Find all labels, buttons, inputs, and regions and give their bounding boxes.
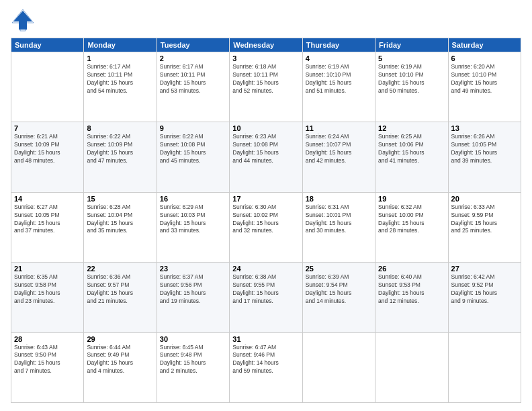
svg-marker-0 (13, 11, 32, 30)
day-info: Sunrise: 6:20 AM Sunset: 10:10 PM Daylig… (451, 63, 518, 95)
calendar-cell: 21Sunrise: 6:35 AM Sunset: 9:58 PM Dayli… (11, 263, 84, 332)
day-info: Sunrise: 6:31 AM Sunset: 10:01 PM Daylig… (306, 203, 372, 236)
calendar-cell: 8Sunrise: 6:22 AM Sunset: 10:09 PM Dayli… (84, 122, 157, 192)
day-number: 19 (378, 195, 445, 203)
day-number: 28 (14, 335, 81, 343)
day-info: Sunrise: 6:24 AM Sunset: 10:07 PM Daylig… (306, 133, 372, 165)
weekday-header-tuesday: Tuesday (157, 38, 229, 52)
calendar-cell: 15Sunrise: 6:28 AM Sunset: 10:04 PM Dayl… (84, 192, 157, 262)
calendar-cell (375, 332, 448, 402)
day-number: 20 (451, 195, 518, 203)
calendar-week-row: 28Sunrise: 6:43 AM Sunset: 9:50 PM Dayli… (11, 332, 521, 402)
weekday-header-monday: Monday (84, 38, 157, 52)
calendar-cell: 10Sunrise: 6:23 AM Sunset: 10:08 PM Dayl… (230, 122, 302, 192)
day-info: Sunrise: 6:28 AM Sunset: 10:04 PM Daylig… (87, 203, 153, 236)
day-info: Sunrise: 6:18 AM Sunset: 10:11 PM Daylig… (232, 63, 299, 95)
calendar-week-row: 21Sunrise: 6:35 AM Sunset: 9:58 PM Dayli… (11, 263, 521, 332)
calendar-cell: 17Sunrise: 6:30 AM Sunset: 10:02 PM Dayl… (230, 192, 302, 262)
day-info: Sunrise: 6:26 AM Sunset: 10:05 PM Daylig… (451, 133, 518, 165)
day-number: 8 (87, 124, 153, 132)
day-info: Sunrise: 6:38 AM Sunset: 9:55 PM Dayligh… (232, 273, 299, 306)
day-info: Sunrise: 6:27 AM Sunset: 10:05 PM Daylig… (14, 203, 81, 236)
calendar-cell: 6Sunrise: 6:20 AM Sunset: 10:10 PM Dayli… (448, 52, 521, 122)
day-info: Sunrise: 6:19 AM Sunset: 10:10 PM Daylig… (378, 63, 445, 95)
calendar-cell: 11Sunrise: 6:24 AM Sunset: 10:07 PM Dayl… (302, 122, 375, 192)
day-number: 11 (306, 124, 372, 132)
day-number: 23 (160, 265, 226, 273)
weekday-header-sunday: Sunday (11, 38, 84, 52)
day-info: Sunrise: 6:42 AM Sunset: 9:52 PM Dayligh… (451, 273, 518, 306)
calendar-cell: 31Sunrise: 6:47 AM Sunset: 9:46 PM Dayli… (230, 332, 302, 402)
day-info: Sunrise: 6:30 AM Sunset: 10:02 PM Daylig… (232, 203, 299, 236)
calendar-cell: 2Sunrise: 6:17 AM Sunset: 10:11 PM Dayli… (157, 52, 229, 122)
calendar-cell: 13Sunrise: 6:26 AM Sunset: 10:05 PM Dayl… (448, 122, 521, 192)
calendar-cell: 7Sunrise: 6:21 AM Sunset: 10:09 PM Dayli… (11, 122, 84, 192)
day-number: 17 (232, 195, 299, 203)
day-info: Sunrise: 6:23 AM Sunset: 10:08 PM Daylig… (232, 133, 299, 165)
calendar-cell: 25Sunrise: 6:39 AM Sunset: 9:54 PM Dayli… (302, 263, 375, 332)
calendar-cell: 16Sunrise: 6:29 AM Sunset: 10:03 PM Dayl… (157, 192, 229, 262)
calendar-cell: 12Sunrise: 6:25 AM Sunset: 10:06 PM Dayl… (375, 122, 448, 192)
day-info: Sunrise: 6:22 AM Sunset: 10:09 PM Daylig… (87, 133, 153, 165)
day-number: 14 (14, 195, 81, 203)
calendar-week-row: 1Sunrise: 6:17 AM Sunset: 10:11 PM Dayli… (11, 52, 521, 122)
calendar-cell: 9Sunrise: 6:22 AM Sunset: 10:08 PM Dayli… (157, 122, 229, 192)
day-number: 21 (14, 265, 81, 273)
day-info: Sunrise: 6:35 AM Sunset: 9:58 PM Dayligh… (14, 273, 81, 306)
day-info: Sunrise: 6:37 AM Sunset: 9:56 PM Dayligh… (160, 273, 226, 306)
day-number: 13 (451, 124, 518, 132)
day-number: 12 (378, 124, 445, 132)
day-number: 7 (14, 124, 81, 132)
calendar-cell (448, 332, 521, 402)
day-info: Sunrise: 6:36 AM Sunset: 9:57 PM Dayligh… (87, 273, 153, 306)
calendar-cell: 20Sunrise: 6:33 AM Sunset: 9:59 PM Dayli… (448, 192, 521, 262)
day-number: 15 (87, 195, 153, 203)
weekday-header-saturday: Saturday (448, 38, 521, 52)
calendar-table: SundayMondayTuesdayWednesdayThursdayFrid… (11, 38, 521, 403)
day-number: 6 (451, 54, 518, 62)
day-number: 16 (160, 195, 226, 203)
calendar-cell: 29Sunrise: 6:44 AM Sunset: 9:49 PM Dayli… (84, 332, 157, 402)
calendar-cell: 27Sunrise: 6:42 AM Sunset: 9:52 PM Dayli… (448, 263, 521, 332)
calendar-page: SundayMondayTuesdayWednesdayThursdayFrid… (0, 0, 532, 411)
calendar-cell: 18Sunrise: 6:31 AM Sunset: 10:01 PM Dayl… (302, 192, 375, 262)
calendar-week-row: 14Sunrise: 6:27 AM Sunset: 10:05 PM Dayl… (11, 192, 521, 262)
calendar-cell: 4Sunrise: 6:19 AM Sunset: 10:10 PM Dayli… (302, 52, 375, 122)
day-info: Sunrise: 6:39 AM Sunset: 9:54 PM Dayligh… (306, 273, 372, 306)
logo-icon (11, 8, 35, 32)
day-info: Sunrise: 6:17 AM Sunset: 10:11 PM Daylig… (160, 63, 226, 95)
calendar-cell: 30Sunrise: 6:45 AM Sunset: 9:48 PM Dayli… (157, 332, 229, 402)
calendar-cell: 19Sunrise: 6:32 AM Sunset: 10:00 PM Dayl… (375, 192, 448, 262)
calendar-cell: 28Sunrise: 6:43 AM Sunset: 9:50 PM Dayli… (11, 332, 84, 402)
day-info: Sunrise: 6:32 AM Sunset: 10:00 PM Daylig… (378, 203, 445, 236)
calendar-cell: 5Sunrise: 6:19 AM Sunset: 10:10 PM Dayli… (375, 52, 448, 122)
day-number: 26 (378, 265, 445, 273)
day-info: Sunrise: 6:17 AM Sunset: 10:11 PM Daylig… (87, 63, 153, 95)
day-info: Sunrise: 6:21 AM Sunset: 10:09 PM Daylig… (14, 133, 81, 165)
day-number: 25 (306, 265, 372, 273)
calendar-header-row: SundayMondayTuesdayWednesdayThursdayFrid… (11, 38, 521, 52)
day-number: 4 (306, 54, 372, 62)
day-number: 30 (160, 335, 226, 343)
day-number: 9 (160, 124, 226, 132)
day-info: Sunrise: 6:45 AM Sunset: 9:48 PM Dayligh… (160, 344, 226, 376)
calendar-cell: 23Sunrise: 6:37 AM Sunset: 9:56 PM Dayli… (157, 263, 229, 332)
calendar-cell: 3Sunrise: 6:18 AM Sunset: 10:11 PM Dayli… (230, 52, 302, 122)
calendar-cell: 14Sunrise: 6:27 AM Sunset: 10:05 PM Dayl… (11, 192, 84, 262)
day-info: Sunrise: 6:25 AM Sunset: 10:06 PM Daylig… (378, 133, 445, 165)
day-info: Sunrise: 6:22 AM Sunset: 10:08 PM Daylig… (160, 133, 226, 165)
day-info: Sunrise: 6:29 AM Sunset: 10:03 PM Daylig… (160, 203, 226, 236)
day-info: Sunrise: 6:47 AM Sunset: 9:46 PM Dayligh… (232, 344, 299, 376)
weekday-header-thursday: Thursday (302, 38, 375, 52)
day-info: Sunrise: 6:33 AM Sunset: 9:59 PM Dayligh… (451, 203, 518, 236)
day-info: Sunrise: 6:44 AM Sunset: 9:49 PM Dayligh… (87, 344, 153, 376)
day-info: Sunrise: 6:40 AM Sunset: 9:53 PM Dayligh… (378, 273, 445, 306)
day-number: 22 (87, 265, 153, 273)
day-number: 31 (232, 335, 299, 343)
day-number: 27 (451, 265, 518, 273)
day-number: 1 (87, 54, 153, 62)
calendar-week-row: 7Sunrise: 6:21 AM Sunset: 10:09 PM Dayli… (11, 122, 521, 192)
header (11, 8, 521, 32)
day-number: 18 (306, 195, 372, 203)
day-info: Sunrise: 6:19 AM Sunset: 10:10 PM Daylig… (306, 63, 372, 95)
